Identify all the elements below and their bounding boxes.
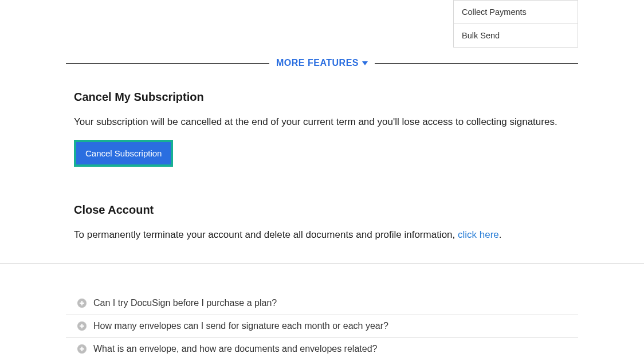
cancel-subscription-button[interactable]: Cancel Subscription <box>76 142 171 164</box>
faq-item[interactable]: What is an envelope, and how are documen… <box>66 338 578 360</box>
feature-item-bulk-send[interactable]: Bulk Send <box>454 24 578 47</box>
faq-question: What is an envelope, and how are documen… <box>93 344 377 354</box>
cancel-subscription-section: Cancel My Subscription Your subscription… <box>74 91 570 167</box>
feature-item-label: Collect Payments <box>462 7 527 17</box>
close-account-body: To permanently terminate your account an… <box>74 227 570 242</box>
more-features-toggle[interactable]: MORE FEATURES <box>66 58 578 68</box>
feature-item-collect-payments[interactable]: Collect Payments <box>454 1 578 24</box>
close-account-body-prefix: To permanently terminate your account an… <box>74 229 458 240</box>
feature-list: Collect Payments Bulk Send <box>453 0 578 48</box>
close-account-body-suffix: . <box>499 229 502 240</box>
cancel-subscription-title: Cancel My Subscription <box>74 91 570 104</box>
plus-icon <box>77 299 87 308</box>
close-account-title: Close Account <box>74 203 570 217</box>
faq-question: How many envelopes can I send for signat… <box>93 321 388 331</box>
divider-line <box>375 63 578 64</box>
feature-item-label: Bulk Send <box>462 31 500 40</box>
cancel-button-highlight: Cancel Subscription <box>74 140 173 167</box>
plus-icon <box>77 344 87 354</box>
more-features-label: MORE FEATURES <box>269 58 375 68</box>
more-features-text: MORE FEATURES <box>276 58 359 68</box>
faq-question: Can I try DocuSign before I purchase a p… <box>93 298 277 308</box>
faq-item[interactable]: Can I try DocuSign before I purchase a p… <box>66 292 578 315</box>
close-account-link[interactable]: click here <box>458 229 499 240</box>
close-account-section: Close Account To permanently terminate y… <box>74 203 570 242</box>
chevron-down-icon <box>362 61 368 65</box>
faq-list: Can I try DocuSign before I purchase a p… <box>66 292 578 360</box>
faq-item[interactable]: How many envelopes can I send for signat… <box>66 315 578 338</box>
plus-icon <box>77 321 87 331</box>
section-divider <box>0 263 644 264</box>
cancel-subscription-body: Your subscription will be cancelled at t… <box>74 115 570 130</box>
divider-line <box>66 63 269 64</box>
